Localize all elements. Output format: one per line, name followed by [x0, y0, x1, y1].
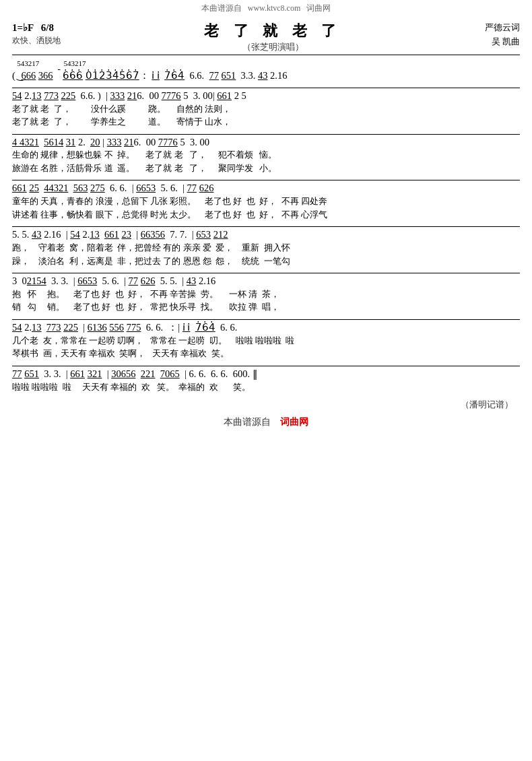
- notation-7: 54 2.13 773 225 | 6136 556 775 6. 6. ：| …: [12, 321, 520, 334]
- watermark-top-text: 本曲谱源自 www.ktvc8.com 词曲网: [201, 3, 331, 13]
- lyrics-6a: 抱 怀 抱。 老了也 好 也 好， 不再 辛苦操 劳。 一杯 清 茶，: [12, 288, 520, 301]
- lyrics-6b: 销 勾 销。 老了也 好 也 好， 常把 快乐寻 找。 吹拉 弹 唱，: [12, 300, 520, 314]
- sub-title: （张芝明演唱）: [61, 41, 485, 53]
- author-info: 严德云词 吴 凯曲: [485, 21, 520, 49]
- lyrics-5b: 躁， 淡泊名 利，远离是 非，把过去 了的 恩恩 怨 怨， 统统 一笔勾: [12, 255, 520, 268]
- key-time-block: 1=♭F 6/8 欢快、洒脱地: [12, 21, 61, 46]
- notation-8: 77 651 3. 3. | 661 321 | 30656 221 7065 …: [12, 368, 520, 380]
- composer: 吴 凯曲: [485, 35, 520, 49]
- notation-1: 543217 543217 ( ͜666 366 6̇6̇6̇ 0̇1̇2̇3̇…: [12, 57, 520, 82]
- lyrics-7a: 几个老 友，常常在 一起唠 叨啊， 常常在 一起唠 叨。 啦啦 啦啦啦 啦: [12, 334, 520, 348]
- music-block-2: 54 2.13 773 225 6.6. ) | 333 216. 00 777…: [12, 88, 520, 129]
- lyrics-4a: 童年的 天真，青春的 浪漫，总留下 几张 彩照。 老了也 好 也 好， 不再 四…: [12, 195, 520, 208]
- watermark-bottom-right: 词曲网: [280, 417, 308, 427]
- music-block-8: 77 651 3. 3. | 661 321 | 30656 221 7065 …: [12, 366, 520, 393]
- music-block-7: 54 2.13 773 225 | 6136 556 775 6. 6. ：| …: [12, 319, 520, 360]
- watermark-bottom: 本曲谱源自 词曲网: [12, 416, 520, 432]
- song-title-block: 老 了 就 老 了 （张芝明演唱）: [61, 21, 485, 53]
- watermark-bottom-left: 本曲谱源自: [224, 417, 271, 427]
- lyricist: 严德云词: [485, 21, 520, 35]
- lyrics-3a: 生命的 规律，想躲也躲 不 掉。 老了就 老 了， 犯不着烦 恼。: [12, 148, 520, 162]
- page-wrapper: 本曲谱源自 www.ktvc8.com 词曲网 1=♭F 6/8 欢快、洒脱地 …: [0, 0, 532, 439]
- footer-note: （潘明记谱）: [12, 399, 513, 411]
- tempo-label: 欢快、洒脱地: [12, 35, 61, 46]
- music-block-3: 4 4321 5614 31 2. 20 | 333 216. 00 7776 …: [12, 134, 520, 175]
- music-block-1: 543217 543217 ( ͜666 366 6̇6̇6̇ 0̇1̇2̇3̇…: [12, 55, 520, 82]
- lyrics-8a: 啦啦 啦啦啦 啦 天天有 幸福的 欢 笑。 幸福的 欢 笑。: [12, 380, 520, 394]
- notation-6: 3 02154 3. 3. | 6653 5. 6. | 77 626 5. 5…: [12, 275, 520, 288]
- notation-4: 661 25 44321 563 275 6. 6. | 6653 5. 6. …: [12, 182, 520, 195]
- main-title: 老 了 就 老 了: [61, 21, 485, 41]
- music-block-5: 5. 5. 43 2.16 | 54 2.13 661 23 | 66356 7…: [12, 226, 520, 267]
- page-content: 1=♭F 6/8 欢快、洒脱地 老 了 就 老 了 （张芝明演唱） 严德云词 吴…: [0, 21, 532, 439]
- lyrics-2a: 老了就 老 了， 没什么蹊 跷。 自然的 法则，: [12, 102, 520, 116]
- header-row: 1=♭F 6/8 欢快、洒脱地 老 了 就 老 了 （张芝明演唱） 严德云词 吴…: [12, 21, 520, 53]
- notation-5: 5. 5. 43 2.16 | 54 2.13 661 23 | 66356 7…: [12, 228, 520, 241]
- notation-2: 54 2.13 773 225 6.6. ) | 333 216. 00 777…: [12, 90, 520, 102]
- watermark-top: 本曲谱源自 www.ktvc8.com 词曲网: [0, 0, 532, 15]
- notation-3: 4 4321 5614 31 2. 20 | 333 216. 00 7776 …: [12, 136, 520, 149]
- key-label: 1=♭F: [12, 22, 34, 33]
- lyrics-2b: 老了就 老 了， 学养生之 道。 寄情于 山水，: [12, 115, 520, 129]
- lyrics-4b: 讲述着 往事，畅快着 眼下，总觉得 时光 太少。 老了也 好 也 好， 不再 心…: [12, 208, 520, 222]
- lyrics-3b: 旅游在 名胜，活筋骨乐 道 遥。 老了就 老 了， 聚同学发 小。: [12, 162, 520, 175]
- time-signature: 6/8: [41, 22, 54, 33]
- key-time-display: 1=♭F 6/8: [12, 21, 61, 35]
- music-block-6: 3 02154 3. 3. | 6653 5. 6. | 77 626 5. 5…: [12, 273, 520, 314]
- lyrics-5a: 跑， 守着老 窝，陪着老 伴，把曾经 有的 亲亲 爱 爱， 重新 拥入怀: [12, 241, 520, 255]
- transcriber-note: （潘明记谱）: [461, 399, 513, 409]
- lyrics-7b: 琴棋书 画，天天有 幸福欢 笑啊， 天天有 幸福欢 笑。: [12, 347, 520, 360]
- music-block-4: 661 25 44321 563 275 6. 6. | 6653 5. 6. …: [12, 180, 520, 221]
